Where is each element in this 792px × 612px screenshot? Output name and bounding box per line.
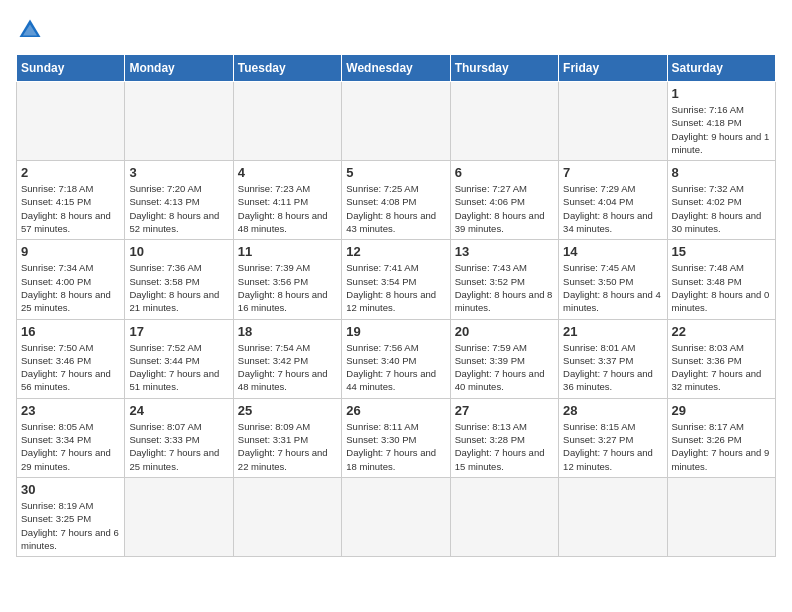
day-cell: 7Sunrise: 7:29 AM Sunset: 4:04 PM Daylig… bbox=[559, 161, 667, 240]
day-number: 19 bbox=[346, 324, 445, 339]
day-number: 12 bbox=[346, 244, 445, 259]
day-info: Sunrise: 7:25 AM Sunset: 4:08 PM Dayligh… bbox=[346, 182, 445, 235]
day-cell: 10Sunrise: 7:36 AM Sunset: 3:58 PM Dayli… bbox=[125, 240, 233, 319]
day-info: Sunrise: 7:59 AM Sunset: 3:39 PM Dayligh… bbox=[455, 341, 554, 394]
week-row-4: 16Sunrise: 7:50 AM Sunset: 3:46 PM Dayli… bbox=[17, 319, 776, 398]
day-cell: 5Sunrise: 7:25 AM Sunset: 4:08 PM Daylig… bbox=[342, 161, 450, 240]
day-cell bbox=[233, 82, 341, 161]
day-number: 1 bbox=[672, 86, 771, 101]
day-number: 30 bbox=[21, 482, 120, 497]
day-number: 23 bbox=[21, 403, 120, 418]
day-cell: 20Sunrise: 7:59 AM Sunset: 3:39 PM Dayli… bbox=[450, 319, 558, 398]
day-cell: 16Sunrise: 7:50 AM Sunset: 3:46 PM Dayli… bbox=[17, 319, 125, 398]
day-info: Sunrise: 7:50 AM Sunset: 3:46 PM Dayligh… bbox=[21, 341, 120, 394]
day-cell bbox=[233, 477, 341, 556]
logo-icon bbox=[16, 16, 44, 44]
day-number: 2 bbox=[21, 165, 120, 180]
day-info: Sunrise: 7:29 AM Sunset: 4:04 PM Dayligh… bbox=[563, 182, 662, 235]
day-number: 21 bbox=[563, 324, 662, 339]
col-header-tuesday: Tuesday bbox=[233, 55, 341, 82]
day-number: 24 bbox=[129, 403, 228, 418]
week-row-1: 1Sunrise: 7:16 AM Sunset: 4:18 PM Daylig… bbox=[17, 82, 776, 161]
day-info: Sunrise: 8:01 AM Sunset: 3:37 PM Dayligh… bbox=[563, 341, 662, 394]
day-info: Sunrise: 7:23 AM Sunset: 4:11 PM Dayligh… bbox=[238, 182, 337, 235]
day-info: Sunrise: 7:45 AM Sunset: 3:50 PM Dayligh… bbox=[563, 261, 662, 314]
day-info: Sunrise: 7:43 AM Sunset: 3:52 PM Dayligh… bbox=[455, 261, 554, 314]
day-number: 8 bbox=[672, 165, 771, 180]
day-number: 14 bbox=[563, 244, 662, 259]
day-cell: 3Sunrise: 7:20 AM Sunset: 4:13 PM Daylig… bbox=[125, 161, 233, 240]
day-cell: 15Sunrise: 7:48 AM Sunset: 3:48 PM Dayli… bbox=[667, 240, 775, 319]
day-cell bbox=[559, 82, 667, 161]
day-cell: 6Sunrise: 7:27 AM Sunset: 4:06 PM Daylig… bbox=[450, 161, 558, 240]
day-info: Sunrise: 7:16 AM Sunset: 4:18 PM Dayligh… bbox=[672, 103, 771, 156]
col-header-monday: Monday bbox=[125, 55, 233, 82]
day-info: Sunrise: 8:09 AM Sunset: 3:31 PM Dayligh… bbox=[238, 420, 337, 473]
week-row-3: 9Sunrise: 7:34 AM Sunset: 4:00 PM Daylig… bbox=[17, 240, 776, 319]
day-cell: 27Sunrise: 8:13 AM Sunset: 3:28 PM Dayli… bbox=[450, 398, 558, 477]
week-row-5: 23Sunrise: 8:05 AM Sunset: 3:34 PM Dayli… bbox=[17, 398, 776, 477]
day-info: Sunrise: 7:27 AM Sunset: 4:06 PM Dayligh… bbox=[455, 182, 554, 235]
day-info: Sunrise: 7:20 AM Sunset: 4:13 PM Dayligh… bbox=[129, 182, 228, 235]
day-cell: 9Sunrise: 7:34 AM Sunset: 4:00 PM Daylig… bbox=[17, 240, 125, 319]
day-number: 4 bbox=[238, 165, 337, 180]
day-number: 29 bbox=[672, 403, 771, 418]
day-number: 3 bbox=[129, 165, 228, 180]
day-cell bbox=[125, 82, 233, 161]
day-number: 15 bbox=[672, 244, 771, 259]
day-cell bbox=[667, 477, 775, 556]
day-cell: 26Sunrise: 8:11 AM Sunset: 3:30 PM Dayli… bbox=[342, 398, 450, 477]
day-number: 9 bbox=[21, 244, 120, 259]
day-number: 25 bbox=[238, 403, 337, 418]
day-cell: 12Sunrise: 7:41 AM Sunset: 3:54 PM Dayli… bbox=[342, 240, 450, 319]
day-cell: 2Sunrise: 7:18 AM Sunset: 4:15 PM Daylig… bbox=[17, 161, 125, 240]
day-info: Sunrise: 8:19 AM Sunset: 3:25 PM Dayligh… bbox=[21, 499, 120, 552]
day-cell: 24Sunrise: 8:07 AM Sunset: 3:33 PM Dayli… bbox=[125, 398, 233, 477]
day-cell: 29Sunrise: 8:17 AM Sunset: 3:26 PM Dayli… bbox=[667, 398, 775, 477]
day-info: Sunrise: 7:41 AM Sunset: 3:54 PM Dayligh… bbox=[346, 261, 445, 314]
day-cell: 23Sunrise: 8:05 AM Sunset: 3:34 PM Dayli… bbox=[17, 398, 125, 477]
logo bbox=[16, 16, 48, 44]
day-info: Sunrise: 7:34 AM Sunset: 4:00 PM Dayligh… bbox=[21, 261, 120, 314]
header bbox=[16, 16, 776, 44]
day-info: Sunrise: 7:39 AM Sunset: 3:56 PM Dayligh… bbox=[238, 261, 337, 314]
day-cell bbox=[342, 82, 450, 161]
day-cell bbox=[450, 477, 558, 556]
day-cell: 18Sunrise: 7:54 AM Sunset: 3:42 PM Dayli… bbox=[233, 319, 341, 398]
day-cell: 30Sunrise: 8:19 AM Sunset: 3:25 PM Dayli… bbox=[17, 477, 125, 556]
day-number: 27 bbox=[455, 403, 554, 418]
day-number: 28 bbox=[563, 403, 662, 418]
day-cell bbox=[125, 477, 233, 556]
week-row-2: 2Sunrise: 7:18 AM Sunset: 4:15 PM Daylig… bbox=[17, 161, 776, 240]
col-header-wednesday: Wednesday bbox=[342, 55, 450, 82]
day-number: 17 bbox=[129, 324, 228, 339]
col-header-saturday: Saturday bbox=[667, 55, 775, 82]
day-cell: 19Sunrise: 7:56 AM Sunset: 3:40 PM Dayli… bbox=[342, 319, 450, 398]
day-cell: 22Sunrise: 8:03 AM Sunset: 3:36 PM Dayli… bbox=[667, 319, 775, 398]
day-number: 22 bbox=[672, 324, 771, 339]
col-header-friday: Friday bbox=[559, 55, 667, 82]
day-cell: 14Sunrise: 7:45 AM Sunset: 3:50 PM Dayli… bbox=[559, 240, 667, 319]
day-number: 5 bbox=[346, 165, 445, 180]
day-info: Sunrise: 8:13 AM Sunset: 3:28 PM Dayligh… bbox=[455, 420, 554, 473]
day-cell: 25Sunrise: 8:09 AM Sunset: 3:31 PM Dayli… bbox=[233, 398, 341, 477]
day-cell: 13Sunrise: 7:43 AM Sunset: 3:52 PM Dayli… bbox=[450, 240, 558, 319]
day-number: 6 bbox=[455, 165, 554, 180]
col-header-sunday: Sunday bbox=[17, 55, 125, 82]
day-cell bbox=[342, 477, 450, 556]
calendar: SundayMondayTuesdayWednesdayThursdayFrid… bbox=[16, 54, 776, 557]
day-cell bbox=[17, 82, 125, 161]
day-cell: 17Sunrise: 7:52 AM Sunset: 3:44 PM Dayli… bbox=[125, 319, 233, 398]
day-info: Sunrise: 8:15 AM Sunset: 3:27 PM Dayligh… bbox=[563, 420, 662, 473]
day-cell: 1Sunrise: 7:16 AM Sunset: 4:18 PM Daylig… bbox=[667, 82, 775, 161]
day-info: Sunrise: 7:32 AM Sunset: 4:02 PM Dayligh… bbox=[672, 182, 771, 235]
day-info: Sunrise: 7:54 AM Sunset: 3:42 PM Dayligh… bbox=[238, 341, 337, 394]
day-number: 20 bbox=[455, 324, 554, 339]
week-row-6: 30Sunrise: 8:19 AM Sunset: 3:25 PM Dayli… bbox=[17, 477, 776, 556]
day-cell: 4Sunrise: 7:23 AM Sunset: 4:11 PM Daylig… bbox=[233, 161, 341, 240]
day-info: Sunrise: 7:52 AM Sunset: 3:44 PM Dayligh… bbox=[129, 341, 228, 394]
day-number: 13 bbox=[455, 244, 554, 259]
day-cell: 28Sunrise: 8:15 AM Sunset: 3:27 PM Dayli… bbox=[559, 398, 667, 477]
day-number: 16 bbox=[21, 324, 120, 339]
day-cell: 11Sunrise: 7:39 AM Sunset: 3:56 PM Dayli… bbox=[233, 240, 341, 319]
